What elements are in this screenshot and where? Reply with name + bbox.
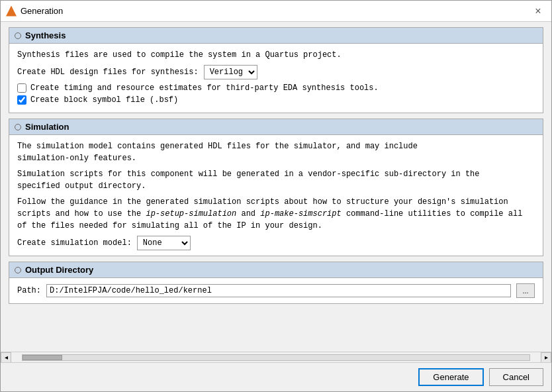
hdl-row: Create HDL design files for synthesis: V…	[17, 65, 535, 79]
dialog-title: Generation	[21, 6, 63, 16]
h-scroll-thumb[interactable]	[23, 355, 62, 360]
scroll-right-button[interactable]: ▸	[541, 352, 551, 363]
checkbox2-label: Create block symbol file (.bsf)	[30, 95, 178, 105]
sim-model-label: Create simulation model:	[17, 238, 132, 248]
timing-checkbox[interactable]	[17, 83, 26, 93]
title-bar-left: Generation	[6, 6, 63, 17]
synthesis-title: Synthesis	[25, 30, 66, 40]
synthesis-section: Synthesis Synthesis files are used to co…	[9, 27, 543, 113]
sim-para3-mid: and	[236, 209, 260, 219]
close-button[interactable]: ×	[530, 3, 546, 19]
simulation-section: Simulation The simulation model contains…	[9, 119, 543, 256]
sim-cmd2: ip-make-simscript	[260, 209, 341, 219]
checkbox1-label: Create timing and resource estimates for…	[30, 83, 379, 93]
h-scroll-track	[22, 354, 530, 361]
simulation-para2: Simulation scripts for this component wi…	[17, 168, 535, 192]
generate-button[interactable]: Generate	[418, 368, 483, 386]
dialog-body: Synthesis Synthesis files are used to co…	[1, 22, 551, 352]
sim-model-select[interactable]: None VHDL Verilog	[137, 236, 191, 250]
output-directory-header: Output Directory	[9, 262, 543, 278]
simulation-title: Simulation	[25, 122, 69, 132]
hdl-select[interactable]: Verilog VHDL	[204, 65, 257, 79]
synthesis-description: Synthesis files are used to compile the …	[17, 49, 535, 61]
synthesis-header: Synthesis	[9, 28, 543, 44]
simulation-content: The simulation model contains generated …	[9, 135, 543, 256]
output-directory-content: Path: ...	[9, 278, 543, 303]
simulation-header: Simulation	[9, 119, 543, 135]
path-label: Path:	[17, 286, 41, 295]
simulation-para1: The simulation model contains generated …	[17, 140, 535, 164]
scroll-left-button[interactable]: ◂	[1, 352, 11, 363]
hdl-label: Create HDL design files for synthesis:	[17, 68, 199, 77]
checkbox1-row: Create timing and resource estimates for…	[17, 83, 535, 93]
simulation-para3: Follow the guidance in the generated sim…	[17, 196, 535, 232]
dialog-footer: Generate Cancel	[1, 362, 551, 391]
generation-dialog: Generation × Synthesis Synthesis files a…	[0, 0, 552, 392]
scrollbar-area: ◂ ▸	[1, 352, 551, 362]
output-directory-section: Output Directory Path: ...	[9, 262, 543, 304]
bsf-checkbox[interactable]	[17, 95, 26, 105]
synthesis-content: Synthesis files are used to compile the …	[9, 44, 543, 113]
sim-model-row: Create simulation model: None VHDL Veril…	[17, 236, 535, 250]
path-input[interactable]	[46, 284, 511, 297]
browse-button[interactable]: ...	[516, 283, 535, 298]
title-bar: Generation ×	[1, 1, 551, 22]
dialog-icon	[6, 6, 17, 17]
output-directory-title: Output Directory	[25, 265, 93, 275]
sim-cmd1: ip-setup-simulation	[146, 209, 236, 219]
h-scrollbar	[11, 352, 541, 363]
cancel-button[interactable]: Cancel	[489, 368, 543, 386]
checkbox2-row: Create block symbol file (.bsf)	[17, 95, 535, 105]
